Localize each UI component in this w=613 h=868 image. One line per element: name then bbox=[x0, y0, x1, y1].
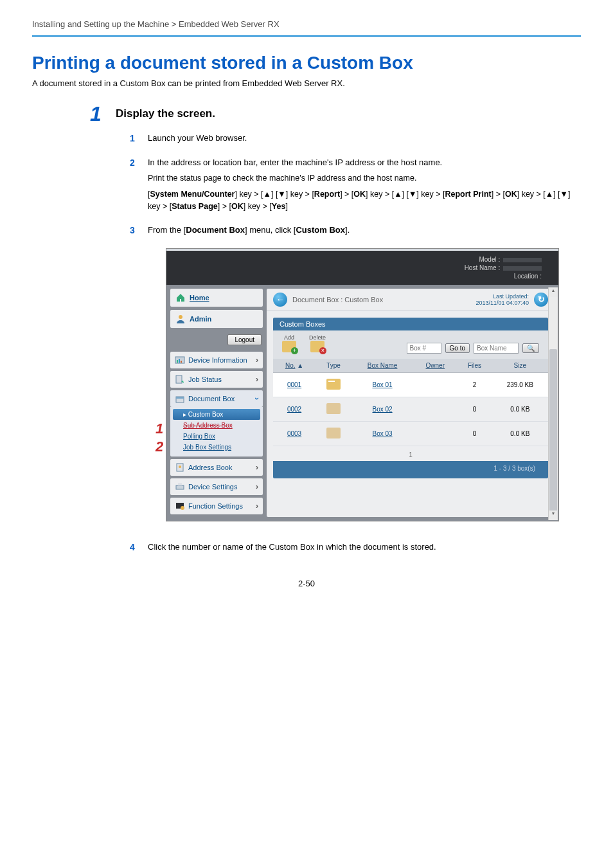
step-number: 1 bbox=[90, 102, 102, 126]
svg-rect-2 bbox=[177, 360, 178, 363]
sidebar-item-document-box[interactable]: Document Box › bbox=[170, 390, 263, 407]
breadcrumb-path: Document Box : Custom Box bbox=[292, 296, 383, 303]
scroll-down-button[interactable]: ▾ bbox=[549, 511, 558, 520]
callout-1: 1 bbox=[155, 420, 163, 437]
substep-text: From the [Document Box] menu, click [Cus… bbox=[148, 225, 350, 235]
book-icon bbox=[175, 462, 185, 473]
table-row[interactable]: 0003 Box 03 0 0.0 KB bbox=[273, 421, 548, 446]
subnav-job-box-settings[interactable]: Job Box Settings bbox=[173, 442, 260, 453]
go-to-button[interactable]: Go to bbox=[445, 343, 470, 353]
folder-delete-icon bbox=[310, 341, 324, 352]
nav-home[interactable]: Home bbox=[170, 289, 263, 307]
chevron-right-icon: › bbox=[256, 356, 258, 365]
box-name-link[interactable]: Box 02 bbox=[373, 406, 393, 413]
result-count: 1 - 3 / 3 box(s) bbox=[273, 461, 548, 478]
svg-point-0 bbox=[179, 315, 182, 319]
printer-icon bbox=[175, 482, 185, 492]
sidebar-item-label: Device Settings bbox=[188, 483, 237, 491]
svg-point-13 bbox=[181, 506, 184, 510]
files-cell: 0 bbox=[457, 421, 492, 446]
nav-home-label: Home bbox=[190, 294, 209, 302]
folder-add-icon bbox=[282, 341, 296, 352]
section-header: Custom Boxes bbox=[273, 318, 548, 330]
last-updated-value: 2013/11/01 04:07:40 bbox=[475, 300, 529, 306]
custom-box-table: No. ▲ Type Box Name Owner Files Size bbox=[273, 359, 548, 446]
th-no[interactable]: No. ▲ bbox=[273, 359, 315, 373]
scroll-thumb[interactable] bbox=[549, 349, 557, 516]
sidebar-item-function-settings[interactable]: Function Settings › bbox=[170, 498, 263, 514]
chevron-right-icon: › bbox=[256, 463, 258, 472]
sidebar-item-job-status[interactable]: Job Status › bbox=[170, 371, 263, 388]
table-row[interactable]: 0002 Box 02 0 0.0 KB bbox=[273, 397, 548, 421]
box-number-input[interactable] bbox=[407, 343, 441, 354]
command-path: [System Menu/Counter] key > [▲] [▼] key … bbox=[148, 188, 581, 213]
th-name[interactable]: Box Name bbox=[351, 359, 413, 373]
box-name-link[interactable]: Box 03 bbox=[373, 430, 393, 437]
scrollbar[interactable]: ▴ ▾ bbox=[548, 287, 558, 520]
folder-icon bbox=[326, 379, 341, 390]
svg-rect-3 bbox=[179, 359, 180, 363]
subnav-polling-box[interactable]: Polling Box bbox=[173, 431, 260, 442]
subnav-label: Custom Box bbox=[188, 411, 223, 418]
size-cell: 239.0 KB bbox=[492, 372, 548, 397]
folder-icon bbox=[326, 403, 341, 414]
sidebar-item-label: Job Status bbox=[188, 375, 222, 383]
sidebar-item-device-info[interactable]: Device Information › bbox=[170, 352, 263, 368]
last-updated-label: Last Updated: bbox=[475, 293, 529, 300]
search-button[interactable]: 🔍 bbox=[522, 343, 539, 353]
delete-box-button[interactable]: Delete bbox=[309, 334, 326, 354]
subnav-sub-address-box[interactable]: Sub Address Box bbox=[173, 420, 260, 431]
svg-rect-7 bbox=[176, 397, 184, 399]
job-icon bbox=[175, 374, 185, 384]
table-row[interactable]: 0001 Box 01 2 239.0 KB bbox=[273, 372, 548, 397]
box-no-link[interactable]: 0002 bbox=[287, 406, 301, 413]
nav-admin-label: Admin bbox=[190, 315, 211, 323]
svg-point-9 bbox=[179, 466, 181, 468]
logout-button[interactable]: Logout bbox=[227, 334, 262, 345]
chart-icon bbox=[175, 355, 185, 365]
substep-number: 3 bbox=[130, 224, 135, 237]
svg-rect-5 bbox=[176, 375, 182, 383]
subnav-custom-box[interactable]: ▸ Custom Box bbox=[173, 409, 260, 420]
chevron-right-icon: › bbox=[256, 502, 258, 511]
chevron-right-icon: › bbox=[256, 482, 258, 491]
folder-icon bbox=[326, 428, 341, 439]
sidebar-item-address-book[interactable]: Address Book › bbox=[170, 459, 263, 476]
box-icon bbox=[175, 393, 185, 404]
nav-admin[interactable]: Admin bbox=[170, 310, 263, 328]
embedded-screenshot: 1 2 3 Model : Host Name : Location : bbox=[148, 248, 581, 521]
breadcrumb: Installing and Setting up the Machine > … bbox=[32, 19, 581, 37]
sidebar-item-label: Address Book bbox=[188, 464, 232, 471]
box-no-link[interactable]: 0001 bbox=[287, 381, 301, 388]
device-info-bar: Model : Host Name : Location : bbox=[166, 251, 558, 285]
refresh-button[interactable]: ↻ bbox=[534, 293, 548, 307]
box-name-input[interactable] bbox=[474, 343, 519, 354]
chevron-down-icon: › bbox=[253, 397, 262, 400]
size-cell: 0.0 KB bbox=[492, 421, 548, 446]
intro-text: A document stored in a Custom Box can be… bbox=[32, 78, 581, 88]
chevron-right-icon: › bbox=[256, 375, 258, 384]
callout-2: 2 bbox=[155, 439, 163, 455]
sidebar-item-label: Function Settings bbox=[188, 502, 243, 510]
add-box-button[interactable]: Add bbox=[282, 334, 296, 354]
back-button[interactable]: ← bbox=[273, 293, 287, 307]
gear-icon bbox=[175, 501, 185, 511]
sidebar-item-device-settings[interactable]: Device Settings › bbox=[170, 478, 263, 495]
page-title: Printing a document stored in a Custom B… bbox=[32, 53, 581, 73]
th-owner[interactable]: Owner bbox=[413, 359, 457, 373]
box-name-link[interactable]: Box 01 bbox=[373, 381, 393, 388]
scroll-up-button[interactable]: ▴ bbox=[549, 287, 558, 297]
sidebar-item-label: Device Information bbox=[188, 356, 247, 364]
svg-rect-4 bbox=[181, 361, 182, 363]
admin-icon bbox=[175, 314, 186, 324]
box-no-link[interactable]: 0003 bbox=[287, 430, 301, 437]
th-size: Size bbox=[492, 359, 548, 373]
substep-number: 2 bbox=[130, 156, 135, 170]
size-cell: 0.0 KB bbox=[492, 397, 548, 421]
delete-box-label: Delete bbox=[309, 334, 326, 341]
substep-number: 1 bbox=[130, 132, 135, 145]
th-files: Files bbox=[457, 359, 492, 373]
th-type: Type bbox=[315, 359, 351, 373]
svg-rect-11 bbox=[178, 483, 182, 485]
files-cell: 2 bbox=[457, 372, 492, 397]
